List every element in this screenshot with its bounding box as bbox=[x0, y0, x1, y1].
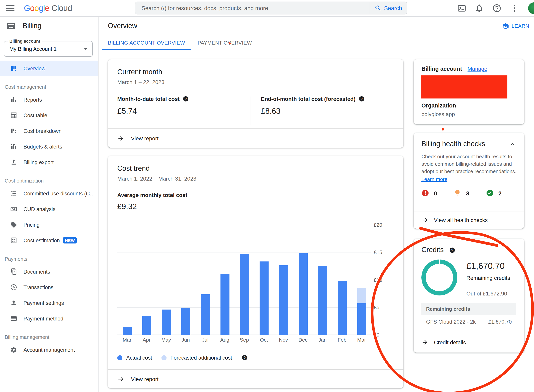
help-tooltip-icon[interactable]: ? bbox=[359, 96, 365, 102]
credits-title: Credits bbox=[422, 246, 444, 254]
bar-group-jul-4[interactable] bbox=[196, 225, 215, 335]
chevron-down-icon bbox=[82, 45, 89, 52]
help-tooltip-icon[interactable]: ? bbox=[183, 96, 189, 102]
actual-bar bbox=[318, 266, 327, 335]
search-bar[interactable]: Search bbox=[135, 2, 407, 14]
sidebar-item-cost-breakdown[interactable]: Cost breakdown bbox=[0, 123, 98, 139]
percent-icon bbox=[10, 205, 17, 213]
sidebar-item-label: Pricing bbox=[23, 222, 40, 228]
sidebar-item-reports[interactable]: Reports bbox=[0, 92, 98, 107]
sidebar-item-cud-analysis[interactable]: CUD analysis bbox=[0, 201, 98, 217]
bar-group-nov-8[interactable] bbox=[274, 225, 293, 335]
bar-group-aug-5[interactable] bbox=[215, 225, 234, 335]
cloud-shell-icon[interactable] bbox=[457, 4, 466, 13]
chart-x-tick: Oct bbox=[254, 337, 274, 343]
chart-legend: Actual cost Forecasted additional cost ? bbox=[117, 355, 248, 361]
bar-group-dec-9[interactable] bbox=[293, 225, 313, 335]
menu-icon[interactable] bbox=[6, 4, 15, 13]
lightbulb-icon bbox=[454, 189, 461, 197]
bar-group-sep-6[interactable] bbox=[234, 225, 254, 335]
sidebar-item-pricing[interactable]: Pricing bbox=[0, 217, 98, 233]
credits-amount: £1,670.70 bbox=[466, 261, 516, 271]
actual-bar bbox=[259, 261, 268, 335]
help-tooltip-icon[interactable]: ? bbox=[449, 247, 455, 253]
sidebar-item-label: Payment method bbox=[23, 316, 63, 322]
avg-monthly-cost-value: £9.32 bbox=[117, 202, 394, 211]
view-report-button[interactable]: View report bbox=[108, 128, 403, 148]
learn-more-link[interactable]: Learn more bbox=[422, 176, 447, 182]
product-header: Billing bbox=[0, 16, 98, 36]
sidebar-item-billing-export[interactable]: Billing export bbox=[0, 154, 98, 170]
chart-x-tick: Feb bbox=[332, 337, 352, 343]
bar-group-apr-1[interactable] bbox=[137, 225, 156, 335]
view-all-health-checks-button[interactable]: View all health checks bbox=[414, 211, 524, 229]
tab-billing-account-overview[interactable]: BILLING ACCOUNT OVERVIEW bbox=[102, 35, 191, 50]
sidebar-section-payments: Payments bbox=[0, 254, 98, 264]
learn-link[interactable]: LEARN bbox=[502, 22, 529, 29]
sidebar-item-cost-estimation[interactable]: Cost estimationNEW bbox=[0, 233, 98, 248]
budgets-icon bbox=[10, 143, 17, 150]
credits-out-of: Out of £1,672.90 bbox=[466, 290, 516, 297]
sidebar-item-payment-settings[interactable]: Payment settings bbox=[0, 295, 98, 311]
chart-y-tick: £15 bbox=[374, 250, 393, 255]
sidebar-item-transactions[interactable]: Transactions bbox=[0, 280, 98, 295]
redaction-rectangle bbox=[421, 75, 507, 98]
bar-group-oct-7[interactable] bbox=[254, 225, 274, 335]
help-tooltip-icon[interactable]: ? bbox=[241, 355, 248, 361]
sidebar-section-billing-management: Billing management bbox=[0, 332, 98, 342]
bar-group-mar-12[interactable] bbox=[352, 225, 371, 335]
actual-bar bbox=[162, 310, 171, 335]
billing-account-select[interactable]: Billing account My Billing Account 1 bbox=[4, 41, 93, 57]
search-button[interactable]: Search bbox=[369, 2, 407, 14]
bar-group-mar-0[interactable] bbox=[117, 225, 137, 335]
bar-group-feb-11[interactable] bbox=[332, 225, 352, 335]
sidebar-item-payment-method[interactable]: Payment method bbox=[0, 311, 98, 326]
bar-group-jun-3[interactable] bbox=[176, 225, 196, 335]
overview-icon bbox=[10, 65, 17, 72]
sidebar-item-committed-use-discounts-c[interactable]: Committed use discounts (C… bbox=[0, 186, 98, 201]
sidebar-item-budgets-alerts[interactable]: Budgets & alerts bbox=[0, 139, 98, 154]
chart-x-tick: Sep bbox=[234, 337, 254, 343]
current-month-card: Current month March 1 – 22, 2023 Month-t… bbox=[108, 59, 403, 148]
notifications-icon[interactable] bbox=[475, 4, 484, 13]
google-cloud-logo[interactable]: GoogleCloud bbox=[24, 4, 72, 13]
tab-payment-overview[interactable]: PAYMENT OVERVIEW bbox=[191, 35, 258, 50]
chart-x-tick: May bbox=[156, 337, 176, 343]
chart-x-tick: Jul bbox=[196, 337, 215, 343]
sidebar-item-label: Billing export bbox=[23, 159, 54, 165]
sidebar-item-documents[interactable]: Documents bbox=[0, 264, 98, 280]
new-badge: NEW bbox=[63, 237, 77, 243]
more-vert-icon[interactable] bbox=[510, 4, 519, 13]
actual-bar bbox=[142, 316, 151, 335]
arrow-right-icon bbox=[117, 375, 124, 383]
eom-cost-value: £8.63 bbox=[261, 107, 394, 116]
view-report-button[interactable]: View report bbox=[108, 369, 403, 388]
sidebar-item-label: Cost table bbox=[23, 112, 47, 118]
sidebar-item-overview[interactable]: Overview bbox=[0, 61, 98, 76]
sidebar-item-label: Documents bbox=[23, 269, 50, 275]
chart-x-tick: Apr bbox=[137, 337, 156, 343]
actual-bar bbox=[122, 327, 131, 335]
sidebar-section-cost-management: Cost management bbox=[0, 82, 98, 92]
chart-y-tick: £5 bbox=[374, 304, 393, 310]
mtd-cost-value: £5.74 bbox=[117, 107, 250, 116]
chart-x-tick: Dec bbox=[293, 337, 313, 343]
sidebar-item-account-management[interactable]: Account management bbox=[0, 342, 98, 358]
credit-details-button[interactable]: Credit details bbox=[414, 332, 524, 353]
sidebar-item-cost-table[interactable]: Cost table bbox=[0, 107, 98, 123]
manage-link[interactable]: Manage bbox=[468, 66, 487, 72]
help-icon[interactable] bbox=[492, 4, 501, 13]
credits-donut-chart bbox=[422, 260, 457, 295]
actual-bar bbox=[181, 308, 190, 335]
avatar[interactable] bbox=[527, 2, 534, 15]
view-report-label: View report bbox=[131, 376, 159, 382]
billing-account-select-value: My Billing Account 1 bbox=[9, 46, 82, 52]
arrow-right-icon bbox=[117, 135, 124, 142]
sidebar-item-label: Overview bbox=[23, 65, 46, 71]
bar-group-may-2[interactable] bbox=[156, 225, 176, 335]
bar-group-jan-10[interactable] bbox=[313, 225, 332, 335]
search-input[interactable] bbox=[135, 5, 369, 11]
sidebar-item-label: Reports bbox=[23, 97, 42, 103]
chevron-up-icon[interactable] bbox=[509, 140, 516, 148]
chart-y-tick: £10 bbox=[374, 277, 393, 283]
